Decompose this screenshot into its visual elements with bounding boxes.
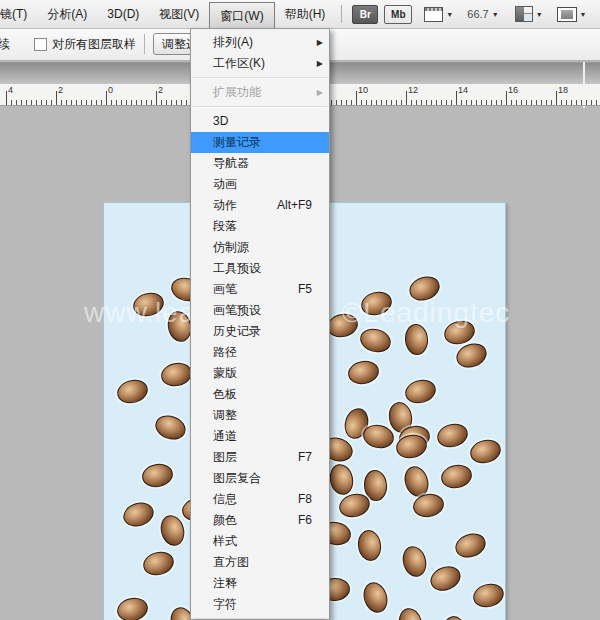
coffee-bean [346,358,381,386]
view-extras-icon [515,6,533,22]
zoom-level-value: 66.7 [467,8,488,20]
window-menu-item-动画[interactable]: 动画 [191,174,329,195]
window-menu-item-动作[interactable]: 动作Alt+F9 [191,195,329,216]
window-menu-item-直方图[interactable]: 直方图 [191,552,329,573]
coffee-bean [140,461,175,489]
ruler-number: 10 [358,85,368,95]
window-menu-item-画笔预设[interactable]: 画笔预设 [191,300,329,321]
coffee-bean [152,411,189,443]
coffee-bean [115,376,151,406]
ruler-number: 12 [408,85,418,95]
menubar-divider [341,5,342,23]
sample-all-layers-label: 对所有图层取样 [52,36,136,53]
coffee-bean [471,580,506,610]
menu-item-shortcut: F5 [298,279,312,300]
coffee-bean [452,529,489,561]
menu-item-shortcut: F6 [298,510,312,531]
menubar-item-analysis[interactable]: 分析(A) [37,2,97,26]
menu-separator [193,77,327,79]
mini-bridge-button[interactable]: Mb [384,5,412,24]
coffee-bean [120,499,157,530]
menu-bar: 镜(T)分析(A)3D(D)视图(V)窗口(W)帮助(H) Br Mb ▼ 66… [0,0,600,29]
menubar-item-window[interactable]: 窗口(W) [209,2,274,29]
window-menu-item-色板[interactable]: 色板 [191,384,329,405]
coffee-bean [404,323,430,356]
view-extras-button[interactable]: ▼ [515,6,543,22]
window-menu-item-蒙版[interactable]: 蒙版 [191,363,329,384]
menubar-items: 镜(T)分析(A)3D(D)视图(V)窗口(W)帮助(H) [0,0,335,28]
coffee-bean [157,513,187,549]
ruler-number: 4 [8,85,13,95]
chevron-down-icon: ▼ [536,11,543,18]
coffee-bean [359,288,395,318]
ruler-number: 2 [158,85,163,95]
ruler-number: 14 [458,85,468,95]
window-menu-item-信息[interactable]: 信息F8 [191,489,329,510]
chevron-down-icon: ▼ [492,11,499,18]
coffee-bean [427,562,464,595]
coffee-bean [358,325,394,355]
arrange-documents-button[interactable]: ▼ [424,7,453,22]
menubar-tools: Br Mb ▼ 66.7 ▼ ▼ ▼ [352,0,586,28]
window-menu-item-颜色[interactable]: 颜色F6 [191,510,329,531]
submenu-arrow-icon: ▶ [317,53,323,74]
window-menu-item-通道[interactable]: 通道 [191,426,329,447]
window-menu-item-测量记录[interactable]: 测量记录 [191,132,329,153]
screen-mode-button[interactable]: ▼ [557,7,587,22]
coffee-bean [403,376,439,406]
coffee-bean [131,289,167,319]
coffee-bean [356,529,383,563]
window-menu-item-工具预设[interactable]: 工具预设 [191,258,329,279]
window-menu-item-样式[interactable]: 样式 [191,531,329,552]
ruler-number: 2 [58,85,63,95]
sample-all-layers-checkbox[interactable] [34,38,47,51]
window-menu-item-历史记录[interactable]: 历史记录 [191,321,329,342]
menu-item-shortcut: Alt+F9 [277,195,312,216]
coffee-bean [141,548,177,578]
screen-mode-icon [557,7,577,22]
window-menu-item-段落[interactable]: 段落 [191,216,329,237]
window-menu-item-画笔[interactable]: 画笔F5 [191,279,329,300]
ruler-number: 0 [108,85,113,95]
window-menu-item-仿制源[interactable]: 仿制源 [191,237,329,258]
coffee-bean [396,606,425,620]
window-menu-item-排列(A)[interactable]: 排列(A)▶ [191,32,329,53]
options-divider [144,34,145,54]
window-menu-item-导航器[interactable]: 导航器 [191,153,329,174]
window-menu-item-3D[interactable]: 3D [191,111,329,132]
menubar-item-3d[interactable]: 3D(D) [97,2,149,26]
window-menu-item-扩展功能: 扩展功能▶ [191,82,329,103]
coffee-bean [325,311,360,340]
window-menu-item-字符[interactable]: 字符 [191,594,329,615]
window-menu-item-调整[interactable]: 调整 [191,405,329,426]
menu-item-shortcut: F7 [298,447,312,468]
coffee-bean [115,595,150,620]
coffee-bean [468,436,504,466]
ruler-number: 16 [508,85,518,95]
window-menu-dropdown: 排列(A)▶工作区(K)▶扩展功能▶3D测量记录导航器动画动作Alt+F9段落仿… [190,28,330,620]
photoshop-window: 镜(T)分析(A)3D(D)视图(V)窗口(W)帮助(H) Br Mb ▼ 66… [0,0,600,620]
menubar-item-filter[interactable]: 镜(T) [0,2,37,26]
options-cut-label: 续 [0,36,12,53]
coffee-bean [327,462,356,497]
chevron-down-icon: ▼ [446,11,453,18]
menu-item-shortcut: F8 [298,489,312,510]
submenu-arrow-icon: ▶ [317,82,323,103]
submenu-arrow-icon: ▶ [317,32,323,53]
coffee-bean [441,615,468,620]
coffee-bean [399,544,429,580]
ruler-number: 18 [558,85,568,95]
menubar-item-help[interactable]: 帮助(H) [275,2,336,26]
coffee-bean [435,420,471,450]
window-menu-item-工作区(K)[interactable]: 工作区(K)▶ [191,53,329,74]
window-menu-item-路径[interactable]: 路径 [191,342,329,363]
window-menu-item-图层复合[interactable]: 图层复合 [191,468,329,489]
window-menu-item-图层[interactable]: 图层F7 [191,447,329,468]
menubar-item-view[interactable]: 视图(V) [149,2,209,26]
coffee-bean [360,579,391,616]
zoom-level-control[interactable]: 66.7 ▼ [459,8,498,20]
menu-separator [193,106,327,108]
window-menu-item-注释[interactable]: 注释 [191,573,329,594]
bridge-button[interactable]: Br [352,5,378,24]
chevron-down-icon: ▼ [580,11,587,18]
